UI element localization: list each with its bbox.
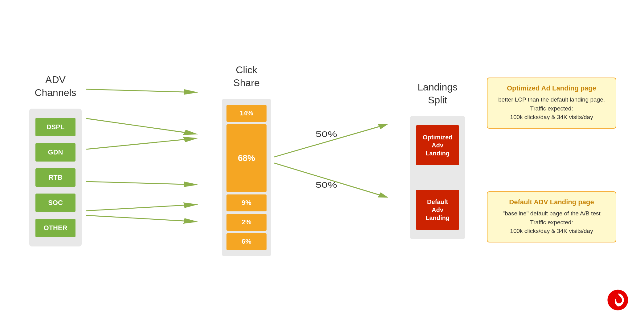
mid-arrows-svg: 50% 50% <box>274 74 407 246</box>
left-arrows-area <box>86 77 219 243</box>
svg-text:50%: 50% <box>316 130 337 139</box>
landing-default: DefaultAdvLanding <box>416 190 459 230</box>
landings-split-header: LandingsSplit <box>418 81 458 106</box>
left-arrows-svg <box>86 77 219 243</box>
click-share-column: ClickShare 14% 68% 9% 2% 6% <box>219 64 274 256</box>
diagram: ADVChannels DSPL GDN RTB SOC OTHER <box>25 12 619 308</box>
adv-channels-column: ADVChannels DSPL GDN RTB SOC OTHER <box>25 74 86 246</box>
share-2: 2% <box>226 214 267 231</box>
vodafone-logo <box>607 289 629 311</box>
svg-line-3 <box>86 182 195 185</box>
share-14: 14% <box>226 105 267 122</box>
share-68: 68% <box>226 124 267 192</box>
info-card-optimized: Optimized Ad Landing page better LCP tha… <box>487 78 616 129</box>
landings-split-column: LandingsSplit OptimizedAdvLanding Defaul… <box>407 81 468 239</box>
channel-other: OTHER <box>35 219 75 237</box>
svg-line-5 <box>86 215 195 222</box>
landing-optimized: OptimizedAdvLanding <box>416 125 459 165</box>
mid-arrows-area: 50% 50% <box>274 74 407 246</box>
svg-line-4 <box>86 205 195 211</box>
info-card-optimized-text: better LCP than the default landing page… <box>495 95 608 122</box>
channel-dspl: DSPL <box>35 118 75 136</box>
channel-soc: SOC <box>35 194 75 212</box>
landings-panel: OptimizedAdvLanding DefaultAdvLanding <box>410 116 465 239</box>
info-cards-column: Optimized Ad Landing page better LCP tha… <box>468 52 619 268</box>
info-card-default: Default ADV Landing page "baseline" defa… <box>487 191 616 242</box>
info-card-default-text: "baseline" default page of the A/B testT… <box>495 209 608 236</box>
click-share-panel: 14% 68% 9% 2% 6% <box>222 99 271 256</box>
svg-text:50%: 50% <box>316 180 337 190</box>
svg-line-1 <box>86 118 195 134</box>
svg-point-12 <box>607 290 628 310</box>
share-6: 6% <box>226 233 267 250</box>
info-card-default-title: Default ADV Landing page <box>495 198 608 206</box>
svg-line-2 <box>86 138 195 149</box>
main-container: ADVChannels DSPL GDN RTB SOC OTHER <box>0 0 644 320</box>
channel-rtb: RTB <box>35 168 75 187</box>
click-share-header: ClickShare <box>233 64 259 89</box>
svg-line-0 <box>86 89 195 92</box>
share-9: 9% <box>226 194 267 211</box>
svg-line-9 <box>274 163 386 197</box>
channel-gdn: GDN <box>35 143 75 162</box>
adv-channels-header: ADVChannels <box>35 74 76 99</box>
adv-channels-panel: DSPL GDN RTB SOC OTHER <box>29 109 82 246</box>
info-card-optimized-title: Optimized Ad Landing page <box>495 84 608 92</box>
